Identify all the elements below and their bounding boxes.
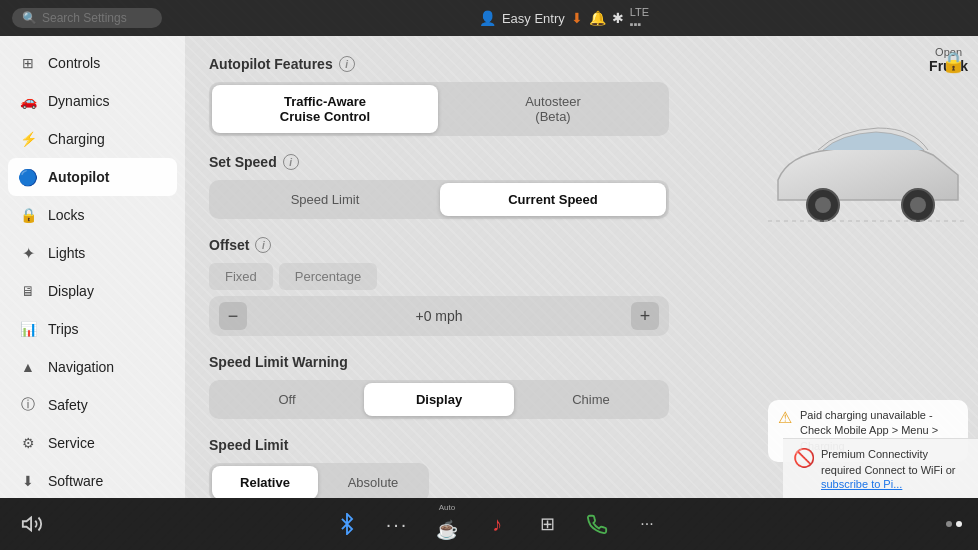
speed-limit-group: Relative Absolute	[209, 463, 429, 498]
sidebar-item-trips[interactable]: 📊 Trips	[0, 310, 185, 348]
sidebar-item-display[interactable]: 🖥 Display	[0, 272, 185, 310]
sidebar-item-dynamics[interactable]: 🚗 Dynamics	[0, 82, 185, 120]
offset-options: Fixed Percentage	[209, 263, 669, 290]
set-speed-info-icon[interactable]: i	[283, 154, 299, 170]
service-icon: ⚙	[18, 433, 38, 453]
sidebar-item-label: Software	[48, 473, 103, 489]
autosteer-button[interactable]: Autosteer (Beta)	[440, 85, 666, 133]
bluetooth-icon: ✱	[612, 10, 624, 26]
search-icon: 🔍	[22, 11, 37, 25]
sidebar-item-label: Charging	[48, 131, 105, 147]
controls-icon: ⊞	[18, 53, 38, 73]
sidebar-item-label: Locks	[48, 207, 85, 223]
premium-link[interactable]: subscribe to Pi...	[821, 478, 902, 490]
page-dots	[946, 521, 962, 527]
traffic-cruise-button[interactable]: Traffic-Aware Cruise Control	[212, 85, 438, 133]
set-speed-group: Speed Limit Current Speed	[209, 180, 669, 219]
easy-entry-label[interactable]: Easy Entry	[502, 11, 565, 26]
auto-container: Auto ☕	[431, 503, 463, 546]
search-box[interactable]: 🔍	[12, 8, 162, 28]
warning-off-button[interactable]: Off	[212, 383, 362, 416]
autopilot-features-group: Traffic-Aware Cruise Control Autosteer (…	[209, 82, 669, 136]
taskbar: ··· Auto ☕ ♪ ⊞ ···	[0, 498, 978, 550]
top-bar-center: 👤 Easy Entry ⬇ 🔔 ✱ LTE▪▪▪	[479, 6, 649, 30]
warning-chime-button[interactable]: Chime	[516, 383, 666, 416]
phone-icon[interactable]	[581, 508, 613, 540]
warning-icon: ⚠	[778, 408, 792, 427]
sidebar-item-lights[interactable]: ✦ Lights	[0, 234, 185, 272]
search-input[interactable]	[42, 11, 152, 25]
increase-button[interactable]: +	[631, 302, 659, 330]
signal-icon: LTE▪▪▪	[630, 6, 649, 30]
sidebar-item-software[interactable]: ⬇ Software	[0, 462, 185, 498]
premium-banner: 🚫 Premium Connectivity required Connect …	[783, 438, 978, 498]
sidebar: ⊞ Controls 🚗 Dynamics ⚡ Charging 🔵 Autop…	[0, 36, 185, 498]
charging-icon: ⚡	[18, 129, 38, 149]
music-icon[interactable]: ♪	[481, 508, 513, 540]
sidebar-item-controls[interactable]: ⊞ Controls	[0, 44, 185, 82]
percentage-button[interactable]: Percentage	[279, 263, 378, 290]
fixed-button[interactable]: Fixed	[209, 263, 273, 290]
speed-limit-warning-section: Speed Limit Warning Off Display Chime	[209, 354, 669, 419]
speed-limit-warning-group: Off Display Chime	[209, 380, 669, 419]
taskbar-right	[946, 521, 962, 527]
navigation-icon: ▲	[18, 357, 38, 377]
svg-point-1	[815, 197, 831, 213]
svg-point-3	[910, 197, 926, 213]
dynamics-icon: 🚗	[18, 91, 38, 111]
speed-limit-title: Speed Limit	[209, 437, 669, 453]
sidebar-item-label: Safety	[48, 397, 88, 413]
offset-title: Offset i	[209, 237, 669, 253]
premium-text: Premium Connectivity required Connect to…	[821, 447, 968, 490]
sidebar-item-label: Service	[48, 435, 95, 451]
decrease-button[interactable]: −	[219, 302, 247, 330]
grid-icon[interactable]: ⊞	[531, 508, 563, 540]
sidebar-item-label: Display	[48, 283, 94, 299]
speed-limit-warning-title: Speed Limit Warning	[209, 354, 669, 370]
autopilot-features-section: Autopilot Features i Traffic-Aware Cruis…	[209, 56, 669, 136]
svg-marker-5	[23, 518, 31, 531]
safety-icon: ⓘ	[18, 395, 38, 415]
sidebar-item-charging[interactable]: ⚡ Charging	[0, 120, 185, 158]
auto-icon[interactable]: ☕	[431, 514, 463, 546]
speed-limit-button[interactable]: Speed Limit	[212, 183, 438, 216]
autopilot-icon: 🔵	[18, 167, 38, 187]
bell-icon: 🔔	[589, 10, 606, 26]
warning-display-button[interactable]: Display	[364, 383, 514, 416]
dots-icon[interactable]: ···	[381, 508, 413, 540]
offset-stepper: − +0 mph +	[209, 296, 669, 336]
relative-button[interactable]: Relative	[212, 466, 318, 498]
sidebar-item-safety[interactable]: ⓘ Safety	[0, 386, 185, 424]
offset-info-icon[interactable]: i	[255, 237, 271, 253]
sidebar-item-service[interactable]: ⚙ Service	[0, 424, 185, 462]
lock-icon: 🔒	[18, 205, 38, 225]
offset-section: Offset i Fixed Percentage − +0 mph +	[209, 237, 669, 336]
sidebar-item-label: Trips	[48, 321, 79, 337]
lock-status-icon[interactable]: 🔒	[941, 50, 966, 74]
sidebar-item-navigation[interactable]: ▲ Navigation	[0, 348, 185, 386]
sidebar-item-locks[interactable]: 🔒 Locks	[0, 196, 185, 234]
offset-value: +0 mph	[415, 308, 462, 324]
settings-area: Autopilot Features i Traffic-Aware Cruis…	[209, 56, 669, 498]
no-signal-icon: 🚫	[793, 447, 815, 469]
more-taskbar-icon[interactable]: ···	[631, 508, 663, 540]
taskbar-center: ··· Auto ☕ ♪ ⊞ ···	[331, 503, 663, 546]
sidebar-item-label: Autopilot	[48, 169, 109, 185]
person-icon: 👤	[479, 10, 496, 26]
page-dot-2	[956, 521, 962, 527]
top-bar-left: 🔍	[12, 8, 162, 28]
display-icon: 🖥	[18, 281, 38, 301]
auto-label: Auto	[439, 503, 455, 512]
absolute-button[interactable]: Absolute	[320, 466, 426, 498]
sidebar-item-label: Lights	[48, 245, 85, 261]
taskbar-left	[16, 508, 48, 540]
set-speed-section: Set Speed i Speed Limit Current Speed	[209, 154, 669, 219]
speed-limit-section: Speed Limit Relative Absolute	[209, 437, 669, 498]
autopilot-features-title: Autopilot Features i	[209, 56, 669, 72]
volume-icon[interactable]	[16, 508, 48, 540]
sidebar-item-autopilot[interactable]: 🔵 Autopilot	[8, 158, 177, 196]
current-speed-button[interactable]: Current Speed	[440, 183, 666, 216]
autopilot-info-icon[interactable]: i	[339, 56, 355, 72]
bluetooth-taskbar-icon[interactable]	[331, 508, 363, 540]
sidebar-item-label: Dynamics	[48, 93, 109, 109]
